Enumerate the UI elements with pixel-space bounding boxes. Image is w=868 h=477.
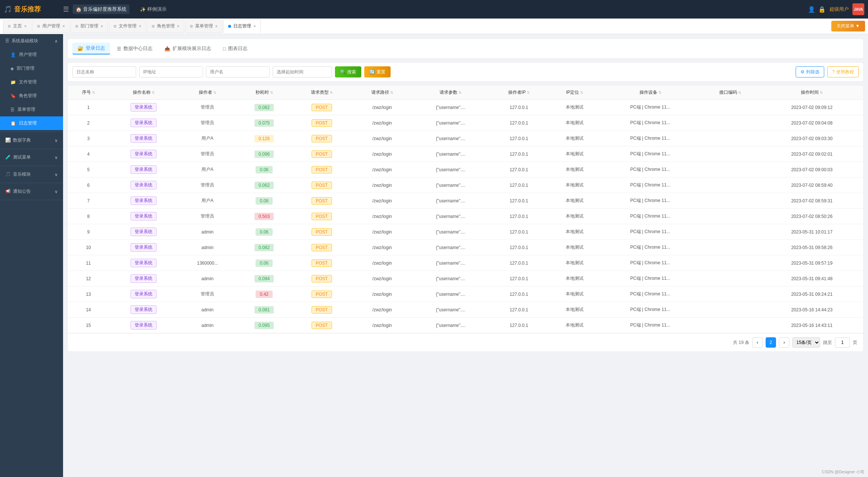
filter-right: ⚙ 列筛选 ? 使用教程 [796,66,859,77]
column-序号[interactable]: 序号⇅ [68,86,109,100]
tab-label: 角色管理 [157,23,175,29]
sidebar-item-文件管理[interactable]: 📁文件管理 [0,75,63,89]
cell-location: 本地测试 [549,193,601,209]
sidebar-section-通知公告[interactable]: 📢通知公告∨ [0,185,63,198]
sub-tab-扩展模块展示日志[interactable]: 📤扩展模块展示日志 [159,43,216,54]
tab-dot [228,25,231,28]
col-filter-button[interactable]: ⚙ 列筛选 [796,66,824,77]
sidebar-section-数据字典[interactable]: 📊数据字典∨ [0,133,63,147]
cell-id: 7 [68,193,109,209]
table-row: 9登录系统admin0.06POST/zwz/login{"username".… [68,224,863,240]
tab-close-icon[interactable]: × [253,24,256,29]
cell-code [700,209,760,224]
reset-button[interactable]: 🔄 重置 [364,66,391,77]
cell-ip: 127.0.0.1 [489,271,549,286]
cell-time: 0.06 [237,255,292,271]
tab-close-icon[interactable]: × [24,24,27,29]
cell-type: POST [292,162,352,178]
tab-item-文件管理[interactable]: 文件管理× [109,20,146,33]
column-操作时间[interactable]: 操作时间⇅ [760,86,863,100]
sidebar-item-日志管理[interactable]: 📋日志管理 [0,116,63,130]
help-button[interactable]: ? 使用教程 [827,66,859,77]
column-请求类型[interactable]: 请求类型⇅ [292,86,352,100]
page-size-select[interactable]: 15条/页 [792,337,820,348]
cell-path: /zwz/login [352,286,412,302]
column-操作者[interactable]: 操作者⇅ [178,86,237,100]
search-button[interactable]: 🔍 搜索 [335,66,361,77]
total-count: 共 19 条 [733,339,749,346]
cell-path: /zwz/login [352,115,412,131]
cell-time: 0.081 [237,302,292,318]
cell-time: 0.075 [237,115,292,131]
cell-ip: 127.0.0.1 [489,255,549,271]
sidebar-item-部门管理[interactable]: ◈部门管理 [0,62,63,75]
sidebar-item-用户管理[interactable]: 👤用户管理 [0,48,63,62]
column-接口编码[interactable]: 接口编码⇅ [700,86,760,100]
refresh-icon: 🔄 [369,69,375,74]
current-page-button[interactable]: 2 [766,337,776,348]
sidebar-item-角色管理[interactable]: 🔖角色管理 [0,89,63,103]
next-page-button[interactable]: › [779,337,789,348]
sub-tab-登录日志[interactable]: 🔐登录日志 [72,43,110,54]
lock-icon[interactable]: 🔒 [818,6,826,13]
tab-close-icon[interactable]: × [62,24,65,29]
column-请求路径[interactable]: 请求路径⇅ [352,86,412,100]
column-操作名称[interactable]: 操作名称⇅ [109,86,178,100]
sidebar-section-系统基础模块[interactable]: ☰系统基础模块∧ [0,34,63,48]
cell-code [700,100,760,115]
sub-tab-数据中心日志[interactable]: ☰数据中心日志 [112,43,158,54]
column-秒耗时[interactable]: 秒耗时⇅ [237,86,292,100]
user-icon[interactable]: 👤 [808,6,815,13]
cell-id: 5 [68,162,109,178]
cell-datetime: 2023-05-16 14:43:11 [760,318,863,333]
tab-item-菜单管理[interactable]: 菜单管理× [185,20,223,33]
cell-operator: admin [178,240,237,255]
tab-item-主页[interactable]: 主页× [3,20,32,33]
sort-icon: ⇅ [580,90,583,95]
column-操作设备[interactable]: 操作设备⇅ [601,86,700,100]
cell-device: PC端 | Chrome 11... [601,318,700,333]
tab-item-角色管理[interactable]: 角色管理× [147,20,184,33]
hamburger-icon[interactable]: ☰ [63,5,69,13]
tab-close-icon[interactable]: × [139,24,141,29]
header-avatar[interactable]: JAVA [852,3,864,15]
prev-page-button[interactable]: ‹ [752,337,763,348]
header-nav-demo[interactable]: ✨ 样例演示 [137,4,170,14]
cell-type: POST [292,318,352,333]
header-nav-home[interactable]: 🏠 音乐偏好度推荐系统 [73,4,129,14]
close-all-button[interactable]: 关闭菜单 ▼ [831,21,865,32]
cell-type: POST [292,193,352,209]
sub-tab-图表日志[interactable]: □图表日志 [218,43,253,54]
tab-close-icon[interactable]: × [177,24,180,29]
tab-item-日志管理[interactable]: 日志管理× [223,20,261,33]
sidebar-divider [0,200,63,200]
sidebar-section-测试菜单[interactable]: 🧪测试菜单∨ [0,150,63,164]
username-input[interactable] [206,66,270,77]
tab-close-icon[interactable]: × [101,24,103,29]
header-username[interactable]: 超级用户 [829,6,849,13]
column-请求参数[interactable]: 请求参数⇅ [412,86,489,100]
cell-type: POST [292,271,352,286]
cell-ip: 127.0.0.1 [489,162,549,178]
cell-ip: 127.0.0.1 [489,115,549,131]
log-name-input[interactable] [72,66,136,77]
tab-dot [75,25,78,28]
goto-input[interactable] [835,337,850,348]
item-icon: ☰ [10,107,14,112]
sidebar-item-菜单管理[interactable]: ☰菜单管理 [0,103,63,116]
sidebar-section-音乐模块[interactable]: 🎵音乐模块∨ [0,168,63,181]
cell-datetime: 2023-07-02 09:00:03 [760,162,863,178]
cell-id: 13 [68,286,109,302]
column-操作者IP[interactable]: 操作者IP⇅ [489,86,549,100]
ip-input[interactable] [139,66,203,77]
header: 🎵 音乐推荐 ☰ 🏠 音乐偏好度推荐系统 ✨ 样例演示 👤 🔒 超级用户 JAV… [0,0,868,19]
table-row: 13登录系统管理员0.42POST/zwz/login{"username"..… [68,286,863,302]
cell-ip: 127.0.0.1 [489,193,549,209]
column-IP定位[interactable]: IP定位⇅ [549,86,601,100]
date-input[interactable] [273,66,332,77]
tab-item-部门管理[interactable]: 部门管理× [70,20,108,33]
cell-time: 0.503 [237,209,292,224]
cell-operator: 管理员 [178,286,237,302]
tab-item-用户管理[interactable]: 用户管理× [32,20,70,33]
tab-close-icon[interactable]: × [215,24,218,29]
